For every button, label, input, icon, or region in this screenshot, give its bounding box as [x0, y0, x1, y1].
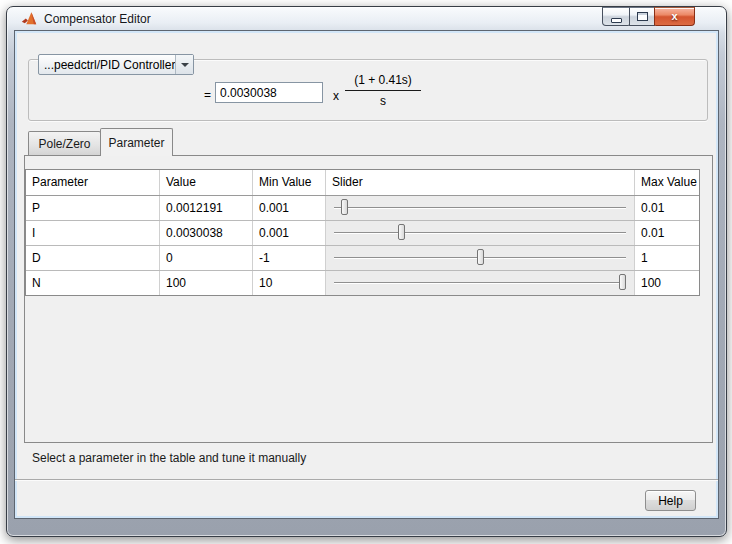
slider-thumb[interactable] — [619, 274, 626, 290]
maximize-icon — [637, 12, 648, 21]
table-body: P0.00121910.0010.01I0.00300380.0010.01D0… — [26, 196, 699, 295]
help-button[interactable]: Help — [645, 490, 696, 511]
cell-slider — [326, 271, 635, 295]
multiply-sign: x — [333, 89, 339, 103]
slider-thumb[interactable] — [477, 249, 484, 265]
parameter-table: Parameter Value Min Value Slider Max Val… — [25, 169, 700, 296]
tf-denominator: s — [345, 91, 421, 108]
cell-slider — [326, 221, 635, 245]
dropdown-arrow-button[interactable] — [175, 55, 193, 74]
column-header-max-value[interactable]: Max Value — [635, 170, 699, 195]
cell-min-value[interactable]: 10 — [253, 271, 326, 295]
minimize-icon — [611, 18, 622, 23]
table-header: Parameter Value Min Value Slider Max Val… — [26, 170, 699, 196]
help-button-label: Help — [658, 494, 683, 508]
matlab-icon — [21, 11, 37, 27]
tab-pole-zero-label: Pole/Zero — [38, 137, 90, 151]
cell-parameter[interactable]: N — [26, 271, 160, 295]
cell-max-value[interactable]: 100 — [635, 271, 699, 295]
table-row[interactable]: D0-11 — [26, 246, 699, 271]
cell-value[interactable]: 0.0030038 — [160, 221, 253, 245]
cell-parameter[interactable]: P — [26, 196, 160, 220]
cell-parameter[interactable]: D — [26, 246, 160, 270]
cell-value[interactable]: 0 — [160, 246, 253, 270]
bottom-divider — [15, 479, 718, 480]
slider-thumb[interactable] — [398, 224, 405, 240]
table-row[interactable]: I0.00300380.0010.01 — [26, 221, 699, 246]
slider-track[interactable] — [334, 207, 626, 208]
gain-input[interactable] — [215, 82, 323, 103]
slider-thumb[interactable] — [341, 199, 348, 215]
compensator-selector-value: ...peedctrl/PID Controller — [39, 58, 175, 72]
cell-slider — [326, 196, 635, 220]
cell-min-value[interactable]: 0.001 — [253, 221, 326, 245]
cell-min-value[interactable]: 0.001 — [253, 196, 326, 220]
table-row[interactable]: N10010100 — [26, 271, 699, 295]
cell-max-value[interactable]: 0.01 — [635, 221, 699, 245]
transfer-function-fraction: (1 + 0.41s) s — [345, 73, 421, 108]
table-row[interactable]: P0.00121910.0010.01 — [26, 196, 699, 221]
compensator-editor-window: Compensator Editor x Compensator ...peed… — [6, 6, 727, 537]
cell-value[interactable]: 0.0012191 — [160, 196, 253, 220]
window-title: Compensator Editor — [44, 12, 151, 26]
window-controls: x — [603, 7, 695, 27]
cell-slider — [326, 246, 635, 270]
column-header-parameter[interactable]: Parameter — [26, 170, 160, 195]
close-icon: x — [671, 8, 677, 25]
tab-parameter[interactable]: Parameter — [100, 128, 173, 156]
tab-parameter-label: Parameter — [108, 136, 164, 150]
tf-numerator: (1 + 0.41s) — [345, 73, 421, 90]
cell-min-value[interactable]: -1 — [253, 246, 326, 270]
client-area: Compensator ...peedctrl/PID Controller =… — [14, 30, 719, 519]
cell-parameter[interactable]: I — [26, 221, 160, 245]
close-button[interactable]: x — [654, 7, 695, 26]
column-header-value[interactable]: Value — [160, 170, 253, 195]
cell-max-value[interactable]: 0.01 — [635, 196, 699, 220]
minimize-button[interactable] — [602, 7, 630, 26]
slider-track[interactable] — [334, 282, 626, 283]
equals-sign: = — [204, 88, 211, 102]
column-header-min-value[interactable]: Min Value — [253, 170, 326, 195]
parameter-tab-panel: Parameter Value Min Value Slider Max Val… — [24, 155, 713, 443]
compensator-selector[interactable]: ...peedctrl/PID Controller — [38, 54, 194, 75]
maximize-button[interactable] — [629, 7, 655, 26]
cell-max-value[interactable]: 1 — [635, 246, 699, 270]
column-header-slider[interactable]: Slider — [326, 170, 635, 195]
status-text: Select a parameter in the table and tune… — [32, 451, 306, 465]
tab-pole-zero[interactable]: Pole/Zero — [28, 131, 101, 155]
slider-track[interactable] — [334, 232, 626, 233]
title-bar[interactable]: Compensator Editor x — [7, 7, 726, 30]
chevron-down-icon — [181, 63, 189, 67]
cell-value[interactable]: 100 — [160, 271, 253, 295]
